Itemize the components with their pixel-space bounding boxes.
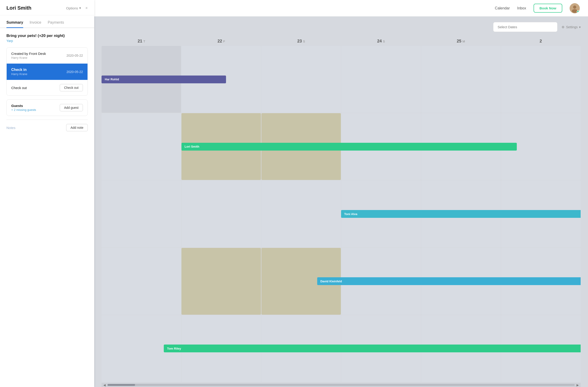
checkout-button[interactable]: Check out	[60, 84, 83, 91]
col-header-21: 21 T	[102, 36, 181, 46]
booking-title: Bring your pets! (+20 per night)	[6, 34, 88, 38]
guest-name: Lori Smith	[6, 5, 31, 11]
checkin-info: Check in Harry Krane	[11, 68, 27, 76]
online-status-dot	[577, 10, 579, 13]
col-header-23: 23 S	[261, 36, 341, 46]
checkin-row[interactable]: Check in Harry Krane 2020-05-22	[7, 63, 87, 80]
scroll-thumb[interactable]	[107, 384, 135, 386]
options-button[interactable]: Options ▾	[66, 6, 81, 10]
created-by: Harry Krane	[11, 56, 46, 60]
checkout-row: Check out Check out	[7, 80, 87, 96]
col-header-26: 2	[501, 36, 581, 46]
settings-button[interactable]: ⚙ Settings ▾	[562, 25, 581, 29]
cell-0-5[interactable]	[501, 46, 581, 113]
calendar-area: ⚙ Settings ▾ 21 T 22 F 23 S 24 S 25 M 2	[94, 17, 588, 387]
horizontal-scrollbar[interactable]: ◀ ▶	[102, 383, 581, 387]
cell-2-2[interactable]	[261, 181, 341, 247]
tab-invoice[interactable]: Invoice	[30, 17, 41, 28]
tab-payments[interactable]: Payments	[48, 17, 64, 28]
select-dates-input[interactable]	[493, 22, 557, 32]
header-actions: Options ▾ ×	[66, 6, 88, 10]
guests-card: Guests + 2 missing guests Add guest	[6, 99, 88, 116]
right-panel: Calendar Inbox Book Now ⚙ Settings ▾	[94, 0, 588, 387]
calendar-row-0: Har Rohld	[102, 46, 581, 113]
cell-2-0[interactable]	[102, 181, 181, 247]
checkin-label: Check in	[11, 68, 27, 72]
left-panel: Lori Smith Options ▾ × Summary Invoice P…	[0, 0, 94, 387]
panel-content: Bring your pets! (+20 per night) Yarp Cr…	[0, 28, 94, 387]
booking-bar-lori-smith[interactable]: Lori Smith	[181, 143, 517, 151]
cell-0-4[interactable]	[421, 46, 501, 113]
scroll-track[interactable]	[107, 384, 575, 386]
gear-icon: ⚙	[562, 25, 565, 29]
guests-label: Guests	[11, 104, 36, 108]
booking-bar-har-rohld[interactable]: Har Rohld	[102, 76, 226, 83]
booking-bar-toni-alva[interactable]: Toni Alva	[341, 210, 581, 218]
cell-3-0[interactable]	[102, 248, 181, 315]
cell-0-3[interactable]	[341, 46, 421, 113]
top-nav: Calendar Inbox Book Now	[94, 0, 588, 17]
tab-bar: Summary Invoice Payments	[0, 17, 94, 28]
calendar-row-1: Lori Smith	[102, 113, 581, 180]
notes-section: Notes Add note	[6, 120, 88, 131]
created-label: Created by Front Desk	[11, 52, 46, 56]
cell-1-0[interactable]	[102, 113, 181, 180]
cell-3-1[interactable]	[181, 248, 261, 315]
calendar-container: 21 T 22 F 23 S 24 S 25 M 2	[102, 36, 581, 387]
booking-details-card: Created by Front Desk Harry Krane 2020-0…	[6, 47, 88, 96]
avatar[interactable]	[570, 3, 580, 13]
notes-label: Notes	[6, 126, 15, 130]
panel-header: Lori Smith Options ▾ ×	[0, 0, 94, 15]
add-note-button[interactable]: Add note	[66, 124, 88, 131]
col-header-25: 25 M	[421, 36, 501, 46]
booking-bar-tom-riley[interactable]: Tom Riley	[164, 345, 581, 352]
calendar-header: 21 T 22 F 23 S 24 S 25 M 2	[102, 36, 581, 46]
booking-bar-david-kleinfeld[interactable]: David Kleinfeld	[317, 277, 581, 285]
checkout-label: Check out	[11, 86, 27, 90]
booking-subtitle: Yarp	[6, 39, 88, 43]
close-button[interactable]: ×	[85, 6, 88, 10]
created-info: Created by Front Desk Harry Krane	[11, 52, 46, 60]
checkin-date: 2020-05-22	[66, 70, 83, 74]
scroll-left-arrow[interactable]: ◀	[103, 383, 106, 387]
svg-point-1	[573, 5, 576, 9]
created-date: 2020-05-22	[66, 54, 83, 57]
book-now-button[interactable]: Book Now	[534, 4, 562, 13]
col-header-22: 22 F	[181, 36, 261, 46]
calendar-row-4: Tom Riley	[102, 315, 581, 382]
cell-0-2[interactable]	[261, 46, 341, 113]
calendar-toolbar: ⚙ Settings ▾	[102, 22, 581, 32]
missing-guests: + 2 missing guests	[11, 108, 36, 112]
calendar-body: Har Rohld Lori Smith	[102, 46, 581, 382]
chevron-down-icon: ▾	[79, 6, 81, 10]
inbox-nav-link[interactable]: Inbox	[517, 6, 526, 10]
calendar-row-3: David Kleinfeld	[102, 248, 581, 315]
calendar-nav-link[interactable]: Calendar	[495, 6, 510, 10]
add-guest-button[interactable]: Add guest	[60, 104, 83, 111]
scroll-right-arrow[interactable]: ▶	[577, 383, 579, 387]
cell-2-1[interactable]	[181, 181, 261, 247]
checkin-by: Harry Krane	[11, 72, 27, 76]
guests-info: Guests + 2 missing guests	[11, 104, 36, 112]
chevron-down-icon: ▾	[579, 25, 581, 29]
tab-summary[interactable]: Summary	[6, 17, 23, 28]
calendar-row-2: Toni Alva	[102, 181, 581, 247]
created-row: Created by Front Desk Harry Krane 2020-0…	[7, 47, 87, 63]
col-header-24: 24 S	[341, 36, 421, 46]
